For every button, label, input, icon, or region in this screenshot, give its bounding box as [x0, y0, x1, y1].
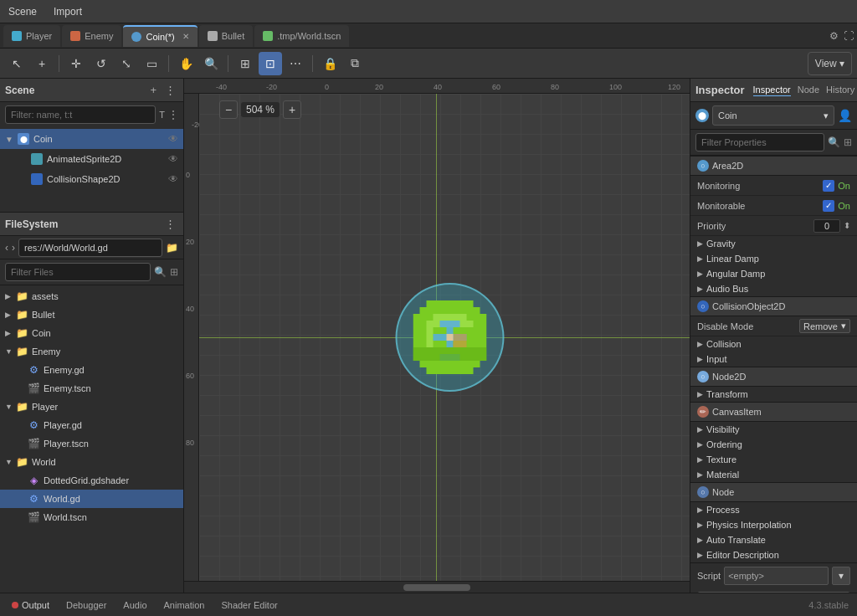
collapse-visibility[interactable]: ▶ Visibility [690, 422, 857, 437]
tab-maximize-icon[interactable]: ⛶ [844, 30, 854, 42]
tool-rect[interactable]: ▭ [140, 52, 163, 75]
collapse-transform[interactable]: ▶ Transform [690, 387, 857, 402]
bottom-tab-output[interactable]: Output [8, 598, 53, 612]
prop-monitoring-checkbox[interactable]: ✓ [823, 180, 834, 192]
node-selector-dropdown[interactable]: Coin ▾ [712, 105, 834, 126]
tree-item-animsprite[interactable]: ▶ AnimatedSprite2D 👁 [0, 149, 183, 169]
collapse-angular-damp[interactable]: ▶ Angular Damp [690, 266, 857, 281]
fs-item-dottedgrid[interactable]: ◈ DottedGrid.gdshader [0, 471, 183, 490]
tool-group[interactable]: ⧉ [343, 52, 367, 75]
inspector-avatar-btn[interactable]: 👤 [838, 109, 852, 122]
scene-filter-input[interactable] [5, 105, 156, 124]
tool-snap[interactable]: ⊞ [233, 52, 257, 75]
prop-priority-number[interactable]: 0 [813, 219, 840, 233]
scene-menu-btn[interactable]: ⋮ [162, 83, 178, 97]
collapse-linear-damp[interactable]: ▶ Linear Damp [690, 251, 857, 266]
zoom-out-btn[interactable]: − [219, 100, 238, 119]
tool-rotate[interactable]: ↺ [90, 52, 113, 75]
tab-coin-close[interactable]: ✕ [182, 32, 189, 41]
tree-item-collision[interactable]: ▶ CollisionShape2D 👁 [0, 169, 183, 189]
menu-import[interactable]: Import [50, 4, 85, 19]
fs-item-assets[interactable]: ▶ 📁 assets [0, 287, 183, 305]
tool-pan[interactable]: ✋ [174, 52, 198, 75]
inspector-tab-node[interactable]: Node [798, 84, 819, 96]
tool-add[interactable]: + [30, 52, 54, 75]
tool-select[interactable]: ↖ [5, 52, 28, 75]
menu-scene[interactable]: Scene [5, 4, 40, 19]
tree-eye-collision[interactable]: 👁 [168, 173, 178, 185]
fs-item-coin[interactable]: ▶ 📁 Coin [0, 324, 183, 342]
collapse-audio-bus[interactable]: ▶ Audio Bus [690, 281, 857, 296]
svg-text:0: 0 [325, 83, 329, 91]
fs-item-enemy-tscn[interactable]: 🎬 Enemy.tscn [0, 379, 183, 398]
fs-item-bullet[interactable]: ▶ 📁 Bullet [0, 305, 183, 324]
zoom-in-btn[interactable]: + [283, 100, 301, 119]
fs-label-world-tscn: World.tscn [44, 512, 87, 522]
collapse-process[interactable]: ▶ Process [690, 502, 857, 517]
inspector-tab-history[interactable]: History [826, 84, 854, 96]
tool-move[interactable]: ✛ [64, 52, 88, 75]
fs-item-player[interactable]: ▼ 📁 Player [0, 398, 183, 416]
scene-add-btn[interactable]: + [147, 83, 159, 97]
scene-options-btn[interactable]: ⋮ [168, 109, 178, 121]
tab-enemy[interactable]: Enemy [62, 25, 121, 47]
fs-arrow-bullet: ▶ [5, 311, 15, 319]
tool-more[interactable]: ⋯ [284, 52, 307, 75]
collapse-texture[interactable]: ▶ Texture [690, 452, 857, 467]
bottom-tab-animation[interactable]: Animation [161, 598, 208, 612]
fs-item-world-gd[interactable]: ⚙ World.gd [0, 490, 183, 508]
inspector-filter-input[interactable] [695, 133, 824, 151]
tree-eye-sprite[interactable]: 👁 [168, 153, 178, 165]
fs-forward-btn[interactable]: › [12, 242, 15, 254]
prop-priority-stepper[interactable]: ⬍ [844, 221, 850, 230]
collapse-ordering[interactable]: ▶ Ordering [690, 437, 857, 452]
fs-filter-input[interactable] [5, 263, 151, 281]
bottom-tab-debugger[interactable]: Debugger [63, 598, 110, 612]
tab-coin[interactable]: Coin(*) ✕ [123, 25, 197, 47]
fs-filter-options-btn[interactable]: ⊞ [170, 266, 178, 278]
fs-item-world-tscn[interactable]: 🎬 World.tscn [0, 508, 183, 526]
prop-monitorable-checkbox[interactable]: ✓ [823, 200, 834, 212]
tool-scale[interactable]: ⤡ [115, 52, 138, 75]
tool-zoom[interactable]: 🔍 [199, 52, 223, 75]
collapse-input[interactable]: ▶ Input [690, 352, 857, 367]
fs-item-enemy-gd[interactable]: ⚙ Enemy.gd [0, 361, 183, 379]
canvas-viewport[interactable]: − 504 % + [199, 94, 690, 581]
inspector-tab-inspector[interactable]: Inspector [753, 84, 791, 96]
tab-settings-icon[interactable]: ⚙ [829, 30, 839, 42]
canvas-coin-object[interactable] [396, 283, 505, 392]
fs-path-browse-btn[interactable]: 📁 [166, 242, 178, 254]
collapse-collision[interactable]: ▶ Collision [690, 336, 857, 352]
tab-bullet[interactable]: Bullet [199, 25, 254, 47]
tree-eye-coin[interactable]: 👁 [168, 133, 178, 145]
tab-world[interactable]: .tmp/World.tscn [254, 25, 349, 47]
prop-disable-mode-dropdown[interactable]: Remove ▾ [799, 319, 850, 333]
scrollbar-thumb-h[interactable] [403, 584, 470, 591]
fs-item-player-gd[interactable]: ⚙ Player.gd [0, 416, 183, 434]
tool-lock[interactable]: 🔒 [318, 52, 341, 75]
scene-filter-type-btn[interactable]: T [159, 110, 165, 120]
collapse-physics-interpolation[interactable]: ▶ Physics Interpolation [690, 517, 857, 532]
collapse-gravity[interactable]: ▶ Gravity [690, 236, 857, 251]
inspector-filter-options[interactable]: ⊞ [844, 136, 852, 148]
bottom-tab-shader[interactable]: Shader Editor [218, 598, 280, 612]
tab-player[interactable]: Player [3, 25, 60, 47]
tool-grid[interactable]: ⊡ [259, 52, 282, 75]
collapse-material[interactable]: ▶ Material [690, 467, 857, 482]
fs-item-enemy[interactable]: ▼ 📁 Enemy [0, 342, 183, 361]
canvas-scrollbar-h[interactable] [184, 581, 690, 593]
tree-item-coin[interactable]: ▼ ⬤ Coin 👁 [0, 129, 183, 149]
script-dropdown-btn[interactable]: ▾ [832, 567, 850, 585]
collapse-editor-description[interactable]: ▶ Editor Description [690, 547, 857, 562]
bottom-tab-audio[interactable]: Audio [120, 598, 150, 612]
view-button[interactable]: View ▾ [808, 52, 852, 75]
collapse-auto-translate[interactable]: ▶ Auto Translate [690, 532, 857, 547]
fs-menu-btn[interactable]: ⋮ [162, 217, 178, 231]
zoom-controls: − 504 % + [219, 100, 301, 119]
fs-item-player-tscn[interactable]: 🎬 Player.tscn [0, 434, 183, 453]
ruler-h-svg: -40 -20 0 20 40 60 80 100 120 [199, 79, 690, 94]
fs-back-btn[interactable]: ‹ [5, 242, 8, 254]
fs-path-input[interactable] [18, 239, 162, 257]
svg-text:20: 20 [186, 238, 194, 246]
fs-item-world[interactable]: ▼ 📁 World [0, 453, 183, 471]
